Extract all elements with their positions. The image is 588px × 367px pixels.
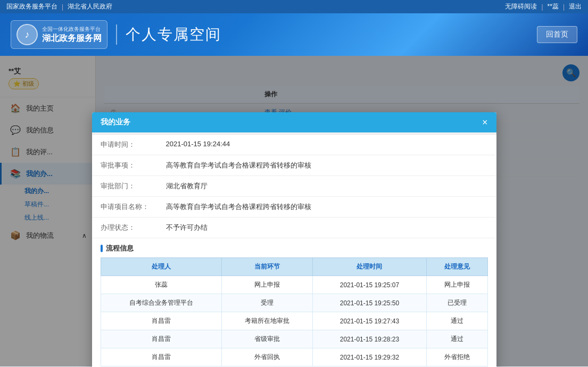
flow-table: 处理人 当前环节 处理时间 处理意见 张蕊 网上申报 2021-01-15 19… [101,257,488,366]
col-step: 当前环节 [221,258,312,276]
main-container: **艾 ⭐ 初级 🏠 我的主页 💬 我的信息 📋 我的评... 📚 我的办...… [0,56,588,366]
header: ♪ 全国一体化政务服务平台 湖北政务服务网 个人专属空间 回首页 [0,13,588,56]
top-nav-left: 国家政务服务平台 | 湖北省人民政府 [6,2,112,11]
flow-row-5: 肖昌雷 外省回执 2021-01-15 19:29:32 外省拒绝 [101,348,487,366]
info-row-status: 办理状态： 不予许可办结 [92,218,496,238]
flow-opinion-5: 外省拒绝 [426,348,487,366]
flow-handler-3: 肖昌雷 [101,312,221,330]
flow-step-1: 网上申报 [221,276,312,294]
section-bar [101,245,103,252]
modal-header: 我的业务 × [92,112,496,132]
flow-step-2: 受理 [221,294,312,312]
flow-handler-4: 肖昌雷 [101,330,221,348]
modal-body[interactable]: 申请时间： 2021-01-15 19:24:44 审批事项： 高等教育自学考试… [92,132,496,367]
flow-row-1: 张蕊 网上申报 2021-01-15 19:25:07 网上申报 [101,276,487,294]
info-row-time: 申请时间： 2021-01-15 19:24:44 [92,135,496,155]
logout-link[interactable]: 退出 [569,2,582,11]
flow-table-header: 处理人 当前环节 处理时间 处理意见 [101,258,487,276]
flow-opinion-3: 通过 [426,312,487,330]
col-handler: 处理人 [101,258,221,276]
info-row-project-name: 申请项目名称： 高等教育自学考试自考合格课程跨省转移的审核 [92,197,496,218]
flow-row-3: 肖昌雷 考籍所在地审批 2021-01-15 19:27:43 通过 [101,312,487,330]
flow-row-2: 自考综合业务管理平台 受理 2021-01-15 19:25:50 已受理 [101,294,487,312]
col-time: 处理时间 [312,258,426,276]
flow-time-5: 2021-01-15 19:29:32 [312,348,426,366]
flow-time-4: 2021-01-15 19:28:23 [312,330,426,348]
modal-close-button[interactable]: × [482,118,488,127]
gov-platform-link[interactable]: 国家政务服务平台 [6,2,57,11]
flow-section-header: 流程信息 [92,238,496,257]
flow-handler-5: 肖昌雷 [101,348,221,366]
flow-step-3: 考籍所在地审批 [221,312,312,330]
modal-title: 我的业务 [101,118,130,127]
flow-opinion-1: 网上申报 [426,276,487,294]
modal-dialog: 我的业务 × 申请时间： 2021-01-15 19:24:44 审批事项： 高… [92,112,496,367]
flow-handler-1: 张蕊 [101,276,221,294]
flow-step-4: 省级审批 [221,330,312,348]
flow-time-3: 2021-01-15 19:27:43 [312,312,426,330]
flow-row-4: 肖昌雷 省级审批 2021-01-15 19:28:23 通过 [101,330,487,348]
logo-text: 全国一体化政务服务平台 湖北政务服务网 [42,26,102,44]
info-table: 申请时间： 2021-01-15 19:24:44 审批事项： 高等教育自学考试… [92,135,496,238]
flow-time-2: 2021-01-15 19:25:50 [312,294,426,312]
flow-step-5: 外省回执 [221,348,312,366]
top-nav-right: 无障碍阅读 | **蕊 | 退出 [505,2,582,11]
hubei-gov-link[interactable]: 湖北省人民政府 [68,2,112,11]
home-button[interactable]: 回首页 [537,26,577,43]
flow-opinion-4: 通过 [426,330,487,348]
flow-section-title: 流程信息 [106,244,134,253]
divider1: | [62,3,63,11]
top-nav: 国家政务服务平台 | 湖北省人民政府 无障碍阅读 | **蕊 | 退出 [0,0,588,13]
flow-handler-2: 自考综合业务管理平台 [101,294,221,312]
info-row-approval-item: 审批事项： 高等教育自学考试自考合格课程跨省转移的审核 [92,155,496,176]
user-name-link[interactable]: **蕊 [548,2,559,11]
page-title: 个人专属空间 [116,24,221,45]
header-left: ♪ 全国一体化政务服务平台 湖北政务服务网 个人专属空间 [11,20,221,49]
logo-icon: ♪ [16,24,38,45]
flow-time-1: 2021-01-15 19:25:07 [312,276,426,294]
flow-opinion-2: 已受理 [426,294,487,312]
accessibility-link[interactable]: 无障碍阅读 [505,2,537,11]
logo-box: ♪ 全国一体化政务服务平台 湖北政务服务网 [11,20,107,49]
col-opinion: 处理意见 [426,258,487,276]
info-row-dept: 审批部门： 湖北省教育厅 [92,176,496,197]
